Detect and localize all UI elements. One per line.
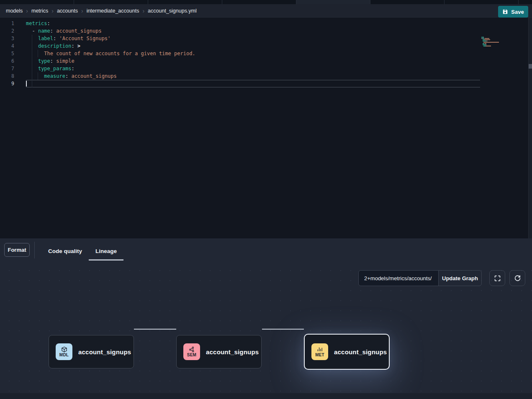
- panel-bottom-scroll-track[interactable]: [0, 393, 532, 399]
- indent-guide: [38, 50, 38, 57]
- editor-tab-strip: [0, 0, 532, 4]
- code-text: type: simple: [26, 57, 75, 65]
- lineage-node-sem[interactable]: SEMaccount_signups: [176, 335, 262, 368]
- bottom-panel: Format Code qualityLineage MDLaccount_si…: [0, 238, 532, 399]
- node-badge-label: MET: [315, 353, 324, 357]
- minimap-token: [485, 43, 487, 44]
- line-number: 7: [0, 65, 14, 72]
- node-label: account_signups: [78, 348, 131, 356]
- lineage-node-mdl[interactable]: MDLaccount_signups: [49, 335, 134, 368]
- format-button[interactable]: Format: [4, 243, 30, 257]
- save-button[interactable]: Save: [498, 6, 528, 18]
- editor-file-tab[interactable]: [370, 0, 445, 4]
- node-badge-met: MET: [311, 343, 328, 360]
- tab-strip-filler: [519, 0, 532, 4]
- node-label: account_signups: [334, 348, 387, 356]
- indent-guide: [32, 35, 32, 87]
- line-number: 2: [0, 27, 14, 35]
- refresh-icon: [514, 275, 521, 282]
- metric-chart-icon: [317, 346, 323, 353]
- chevron-right-icon: ›: [81, 8, 83, 14]
- code-line[interactable]: 6 type: simple: [0, 57, 532, 65]
- code-line[interactable]: 9: [0, 80, 532, 87]
- tab-lineage[interactable]: Lineage: [89, 242, 123, 261]
- chevron-right-icon: ›: [26, 8, 28, 14]
- breadcrumb-item[interactable]: metrics: [31, 8, 48, 14]
- node-badge-label: MDL: [59, 353, 69, 357]
- code-text: type_params:: [26, 65, 75, 72]
- editor-file-tab[interactable]: [296, 0, 370, 4]
- update-graph-button[interactable]: Update Graph: [438, 270, 482, 286]
- code-line[interactable]: 1metrics:: [0, 20, 532, 27]
- code-line[interactable]: 8 measure: account_signups: [0, 72, 532, 80]
- code-line[interactable]: 3 label: 'Account Signups': [0, 35, 532, 42]
- node-badge-label: SEM: [187, 353, 196, 357]
- code-text: - name: account_signups: [26, 27, 102, 35]
- minimap-token: [486, 46, 491, 46]
- minimap-line: [481, 46, 506, 46]
- minimap[interactable]: [481, 37, 506, 47]
- minimap-line: [481, 41, 506, 41]
- lineage-controls: Update Graph: [358, 270, 525, 286]
- editor-scrollbar[interactable]: [528, 18, 532, 238]
- node-badge-mdl: MDL: [56, 343, 72, 360]
- minimap-token: [483, 41, 486, 41]
- minimap-token: [483, 44, 486, 45]
- breadcrumb-item[interactable]: accounts: [57, 8, 78, 14]
- editor-file-tab[interactable]: [74, 0, 148, 4]
- node-badge-sem: SEM: [183, 343, 200, 360]
- minimap-line: [481, 38, 506, 39]
- minimap-token: [483, 42, 499, 43]
- editor-file-tab[interactable]: [445, 0, 519, 4]
- minimap-line: [481, 43, 506, 44]
- fullscreen-icon: [494, 275, 501, 282]
- code-line[interactable]: 2 - name: account_signups: [0, 27, 532, 35]
- line-number: 6: [0, 57, 14, 65]
- breadcrumb: models›metrics›accounts›intermediate_acc…: [0, 4, 532, 18]
- editor-file-tab[interactable]: [148, 0, 222, 4]
- code-line[interactable]: 5 The count of new accounts for a given …: [0, 50, 532, 57]
- semantic-network-icon: [189, 346, 195, 353]
- minimap-token: [483, 37, 484, 38]
- panel-tabs: Code qualityLineage: [41, 242, 123, 261]
- line-number: 9: [0, 80, 14, 87]
- breadcrumb-item[interactable]: models: [6, 8, 23, 14]
- lineage-node-met[interactable]: METaccount_signups: [304, 334, 390, 370]
- minimap-token: [486, 44, 486, 45]
- edge-line: [262, 329, 304, 330]
- text-cursor: [26, 81, 27, 87]
- code-text: label: 'Account Signups': [26, 35, 111, 42]
- minimap-token: [485, 38, 489, 39]
- code-line[interactable]: 7 type_params:: [0, 65, 532, 72]
- minimap-token: [487, 41, 487, 41]
- floppy-disk-icon: [502, 9, 508, 15]
- scrollbar-handle[interactable]: [529, 64, 532, 69]
- editor-file-tab[interactable]: [222, 0, 296, 4]
- panel-divider: [34, 242, 35, 258]
- line-number: 1: [0, 20, 14, 27]
- tab-code-quality[interactable]: Code quality: [41, 242, 89, 261]
- code-line[interactable]: 4 description: >: [0, 42, 532, 50]
- refresh-button[interactable]: [509, 270, 525, 286]
- fullscreen-button[interactable]: [489, 270, 505, 286]
- line-number: 8: [0, 72, 14, 80]
- node-label: account_signups: [206, 348, 259, 356]
- ide-window: models›metrics›accounts›intermediate_acc…: [0, 0, 532, 399]
- code-text: measure: account_signups: [26, 72, 117, 80]
- model-selector-input[interactable]: [358, 270, 439, 286]
- code-editor[interactable]: 1metrics:2 - name: account_signups3 labe…: [0, 18, 532, 238]
- line-number: 4: [0, 42, 14, 50]
- code-text: The count of new accounts for a given ti…: [26, 50, 195, 57]
- editor-file-tab[interactable]: [0, 0, 74, 4]
- model-cube-icon: [61, 346, 67, 353]
- minimap-line: [481, 42, 506, 43]
- save-button-label: Save: [511, 9, 524, 15]
- minimap-line: [481, 44, 506, 45]
- minimap-line: [481, 37, 506, 38]
- chevron-right-icon: ›: [142, 8, 144, 14]
- breadcrumb-item[interactable]: intermediate_accounts: [87, 8, 139, 14]
- line-number: 3: [0, 35, 14, 42]
- breadcrumb-item[interactable]: account_signups.yml: [148, 8, 197, 14]
- code-text: metrics:: [26, 20, 50, 27]
- minimap-token: [485, 39, 490, 40]
